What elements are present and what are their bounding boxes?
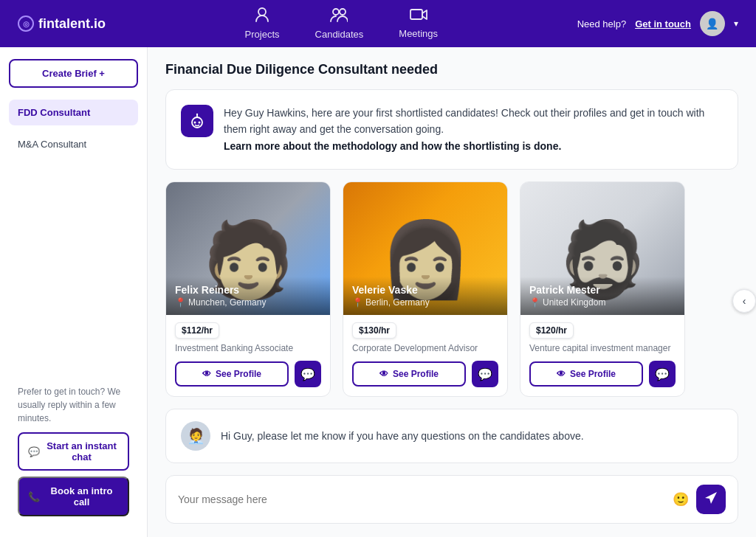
welcome-link[interactable]: Learn more about the methodology and how… [224,140,561,152]
see-profile-button-2[interactable]: 👁 See Profile [529,361,643,387]
candidate-card-1: 👩 Velerie Vaske 📍 Berlin, Germany $130/h… [343,181,508,397]
instant-chat-button[interactable]: 💬 Start an instant chat [18,432,129,471]
sidebar: Create Brief + FDD Consultant M&A Consul… [0,47,148,537]
bot-icon [181,105,213,137]
nav-item-meetings[interactable]: Meetings [399,8,438,39]
nav-meetings-label: Meetings [399,28,438,39]
nav-projects-label: Projects [245,29,280,40]
nav-item-candidates[interactable]: Candidates [315,7,364,40]
candidates-row: 🧑 Felix Reiners 📍 Munchen, Germany $112/… [165,181,738,397]
see-profile-label-1: See Profile [393,369,439,379]
see-profile-button-1[interactable]: 👁 See Profile [352,361,466,387]
candidate-photo-1: 👩 Velerie Vaske 📍 Berlin, Germany [343,182,507,315]
candidate-actions-1: 👁 See Profile 💬 [352,361,498,387]
logo-text: fintalent.io [38,16,106,32]
sidebar-item-ma-label: M&A Consultant [18,139,86,150]
support-avatar: 🧑‍💼 [181,421,210,451]
welcome-message-text: Hey Guy Hawkins, here are your first sho… [224,105,723,154]
nav-item-projects[interactable]: Projects [245,7,280,40]
chat-icon-0: 💬 [300,367,315,381]
rate-badge-1: $130/hr [352,322,396,339]
candidate-body-2: $120/hr Venture capital investment manag… [520,315,684,396]
svg-point-1 [333,9,339,15]
candidate-location-0: 📍 Munchen, Germany [175,297,321,308]
message-input-bar: 🙂 [165,475,738,524]
get-in-touch-link[interactable]: Get in touch [635,18,691,30]
candidate-photo-2: 🧔 Patrick Mester 📍 United Kingdom [520,182,684,315]
candidate-name-2: Patrick Mester [529,284,676,296]
location-icon-1: 📍 [352,297,363,308]
see-profile-label-2: See Profile [570,369,616,379]
emoji-button[interactable]: 🙂 [673,491,689,507]
main-nav: Projects Candidates Meetings [245,7,439,40]
eye-icon-2: 👁 [557,369,566,379]
welcome-message-card: Hey Guy Hawkins, here are your first sho… [165,89,738,170]
svg-point-2 [340,9,346,15]
logo-icon: ◎ [18,15,34,32]
candidates-container: 🧑 Felix Reiners 📍 Munchen, Germany $112/… [165,181,738,397]
chat-button-1[interactable]: 💬 [472,361,498,387]
svg-point-5 [196,114,198,115]
candidate-card-2: 🧔 Patrick Mester 📍 United Kingdom $120/h… [520,181,685,397]
carousel-prev-arrow[interactable]: ‹ [732,289,756,313]
candidate-name-1: Velerie Vaske [352,284,498,296]
candidate-location-1: 📍 Berlin, Germany [352,297,498,308]
instant-chat-label: Start an instant chat [44,440,119,462]
svg-point-7 [199,122,201,124]
candidate-overlay-0: Felix Reiners 📍 Munchen, Germany [166,277,330,315]
sidebar-item-ma[interactable]: M&A Consultant [9,131,138,157]
location-icon-2: 📍 [529,297,540,308]
sidebar-bottom-text: Prefer to get in touch? We usually reply… [18,385,129,425]
help-text: Need help? [577,18,627,30]
candidate-card-0: 🧑 Felix Reiners 📍 Munchen, Germany $112/… [165,181,331,397]
create-brief-button[interactable]: Create Brief + [9,59,138,88]
book-intro-button[interactable]: 📞 Book an intro call [18,477,129,516]
sidebar-bottom: Prefer to get in touch? We usually reply… [9,376,138,525]
header: ◎ fintalent.io Projects [0,0,756,47]
candidate-body-1: $130/hr Corporate Development Advisor 👁 … [343,315,507,396]
page-title: Financial Due Diligence Consultant neede… [165,62,738,77]
candidate-actions-0: 👁 See Profile 💬 [175,361,321,387]
main-layout: Create Brief + FDD Consultant M&A Consul… [0,47,756,537]
see-profile-label-0: See Profile [216,369,261,379]
chat-button-0[interactable]: 💬 [295,361,321,387]
sidebar-item-fdd-label: FDD Consultant [18,107,90,118]
chat-button-2[interactable]: 💬 [649,361,676,387]
eye-icon-1: 👁 [379,369,388,379]
support-message-card: 🧑‍💼 Hi Guy, please let me know if you ha… [165,409,738,463]
see-profile-button-0[interactable]: 👁 See Profile [175,361,289,387]
message-input[interactable] [178,493,665,505]
support-message-text: Hi Guy, please let me know if you have a… [221,430,584,442]
content-area: Financial Due Diligence Consultant neede… [148,47,756,537]
svg-point-6 [194,122,196,124]
projects-icon [254,7,270,26]
candidate-overlay-1: Velerie Vaske 📍 Berlin, Germany [343,277,507,315]
chat-icon-1: 💬 [478,367,492,381]
logo[interactable]: ◎ fintalent.io [18,15,106,32]
candidate-location-2: 📍 United Kingdom [529,297,676,308]
phone-icon: 📞 [28,491,40,502]
candidate-photo-0: 🧑 Felix Reiners 📍 Munchen, Germany [166,182,330,315]
candidates-icon [330,7,348,26]
send-button[interactable] [696,485,726,514]
svg-point-0 [258,8,266,15]
candidate-overlay-2: Patrick Mester 📍 United Kingdom [520,277,684,315]
chat-bubble-icon: 💬 [28,446,40,457]
rate-badge-0: $112/hr [175,322,219,339]
location-icon-0: 📍 [175,297,186,308]
send-icon [704,491,718,507]
user-menu-chevron[interactable]: ▾ [734,18,738,29]
eye-icon-0: 👁 [202,369,211,379]
rate-badge-2: $120/hr [529,322,574,339]
svg-rect-3 [410,10,422,19]
user-avatar[interactable]: 👤 [700,11,725,36]
chat-icon-2: 💬 [655,367,670,381]
meetings-icon [410,8,427,25]
candidate-actions-2: 👁 See Profile 💬 [529,361,676,387]
candidate-body-0: $112/hr Investment Banking Associate 👁 S… [166,315,330,396]
candidate-role-0: Investment Banking Associate [175,343,321,353]
book-intro-label: Book an intro call [44,485,119,507]
candidate-name-0: Felix Reiners [175,284,321,296]
candidate-role-1: Corporate Development Advisor [352,343,498,353]
sidebar-item-fdd[interactable]: FDD Consultant [9,100,138,125]
